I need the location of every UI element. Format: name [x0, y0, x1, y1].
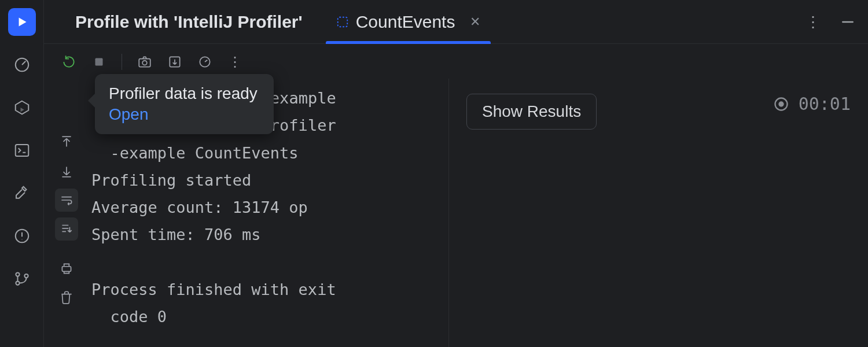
notification-open-link[interactable]: Open [109, 105, 258, 124]
tab-countevents[interactable]: CountEvents ✕ [323, 0, 494, 44]
svg-rect-8 [139, 59, 150, 67]
svg-point-14 [778, 101, 784, 106]
vcs-branch-icon[interactable] [8, 265, 36, 293]
timer-value: 00:01 [799, 94, 851, 114]
svg-rect-6 [337, 17, 347, 27]
recording-timer: 00:01 [773, 94, 851, 114]
hide-tool-window-icon[interactable] [839, 13, 856, 31]
problems-icon[interactable] [8, 222, 36, 250]
tool-window-title: Profile with 'IntelliJ Profiler' [75, 12, 303, 32]
scroll-up-icon[interactable] [55, 131, 78, 154]
record-indicator-icon [773, 96, 789, 112]
activity-bar [0, 0, 44, 347]
profiler-results-panel: Show Results 00:01 [449, 79, 868, 347]
capture-snapshot-icon[interactable] [134, 51, 156, 73]
more-options-icon[interactable]: ⋮ [804, 13, 822, 31]
console-gutter [44, 79, 89, 347]
tab-label: CountEvents [356, 12, 455, 32]
stop-icon[interactable] [88, 51, 110, 73]
profiler-gauge-icon[interactable] [8, 51, 36, 79]
clear-all-icon[interactable] [55, 286, 78, 309]
svg-point-3 [16, 272, 19, 276]
terminal-icon[interactable] [8, 136, 36, 164]
export-icon[interactable] [164, 51, 186, 73]
tool-window-tab-bar: Profile with 'IntelliJ Profiler' CountEv… [44, 0, 868, 44]
toolbar-more-icon[interactable]: ⋮ [224, 51, 246, 73]
svg-rect-12 [62, 267, 71, 272]
run-tool-window-icon[interactable] [8, 8, 36, 36]
svg-rect-7 [95, 58, 103, 66]
run-toolbar: ⋮ [44, 44, 868, 79]
attach-profiler-icon[interactable] [194, 51, 216, 73]
notification-title: Profiler data is ready [109, 84, 258, 103]
soft-wrap-icon[interactable] [55, 189, 78, 212]
rerun-icon[interactable] [58, 51, 80, 73]
services-icon[interactable] [8, 94, 36, 121]
build-hammer-icon[interactable] [8, 179, 36, 207]
svg-rect-1 [15, 145, 28, 156]
profiler-ready-notification: Profiler data is ready Open [95, 74, 274, 134]
print-icon[interactable] [55, 257, 78, 280]
scroll-down-icon[interactable] [55, 160, 78, 183]
close-tab-icon[interactable]: ✕ [470, 14, 480, 29]
svg-point-4 [16, 281, 19, 285]
run-config-badge-icon [336, 16, 349, 28]
show-results-button[interactable]: Show Results [466, 94, 597, 130]
scroll-to-end-icon[interactable] [55, 217, 78, 241]
svg-point-9 [142, 61, 147, 65]
svg-point-5 [24, 274, 28, 278]
